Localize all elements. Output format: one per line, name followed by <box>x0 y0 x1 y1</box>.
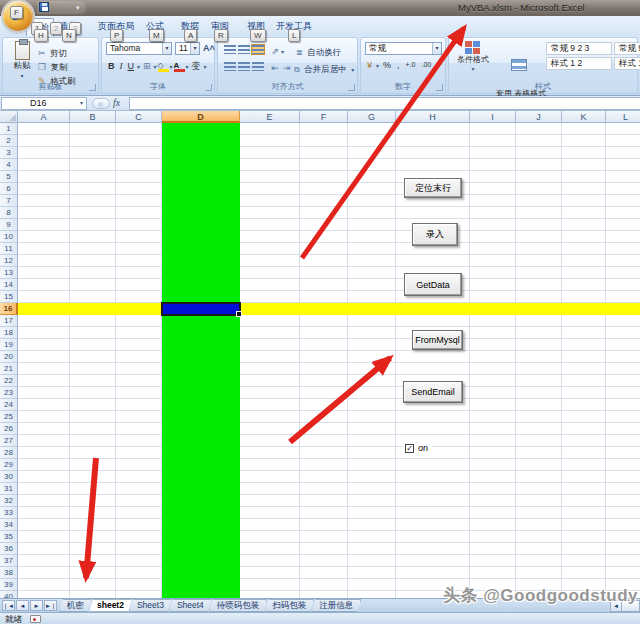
cell-C23[interactable] <box>116 387 162 399</box>
row-header-20[interactable]: 20 <box>0 351 18 363</box>
cell-L27[interactable] <box>606 435 640 447</box>
cell-B1[interactable] <box>70 123 116 135</box>
borders-icon[interactable]: ⊞ <box>141 60 153 72</box>
cell-A18[interactable] <box>18 327 70 339</box>
cell-E16[interactable] <box>240 303 300 315</box>
style-gallery-item-1[interactable]: 常规 9 3 <box>614 42 640 55</box>
cell-H4[interactable] <box>396 159 470 171</box>
row-header-18[interactable]: 18 <box>0 327 18 339</box>
cell-K28[interactable] <box>562 447 606 459</box>
redo-icon[interactable]: ↷ <box>65 2 73 14</box>
cell-C33[interactable] <box>116 507 162 519</box>
cell-F16[interactable] <box>300 303 348 315</box>
cell-F15[interactable] <box>300 291 348 303</box>
row-header-9[interactable]: 9 <box>0 219 18 231</box>
cell-A15[interactable] <box>18 291 70 303</box>
cell-J12[interactable] <box>516 255 562 267</box>
cell-D34[interactable] <box>162 519 240 531</box>
cell-G16[interactable] <box>348 303 396 315</box>
cell-E7[interactable] <box>240 195 300 207</box>
cell-H31[interactable] <box>396 483 470 495</box>
cell-A36[interactable] <box>18 543 70 555</box>
cell-G25[interactable] <box>348 411 396 423</box>
cell-B30[interactable] <box>70 471 116 483</box>
decrease-indent-icon[interactable]: ⇤ <box>269 62 281 74</box>
cell-F20[interactable] <box>300 351 348 363</box>
cell-J10[interactable] <box>516 231 562 243</box>
cell-E13[interactable] <box>240 267 300 279</box>
cell-L13[interactable] <box>606 267 640 279</box>
cell-K33[interactable] <box>562 507 606 519</box>
cell-B20[interactable] <box>70 351 116 363</box>
cell-L34[interactable] <box>606 519 640 531</box>
cell-E24[interactable] <box>240 399 300 411</box>
cell-A32[interactable] <box>18 495 70 507</box>
cell-B17[interactable] <box>70 315 116 327</box>
cell-C31[interactable] <box>116 483 162 495</box>
sheet-tab-扫码包装[interactable]: 扫码包装 <box>264 599 314 612</box>
cell-E30[interactable] <box>240 471 300 483</box>
sheet-tab-注册信息[interactable]: 注册信息 <box>311 599 361 612</box>
cell-F35[interactable] <box>300 531 348 543</box>
row-header-12[interactable]: 12 <box>0 255 18 267</box>
cell-I18[interactable] <box>470 327 516 339</box>
cell-E26[interactable] <box>240 423 300 435</box>
cell-I27[interactable] <box>470 435 516 447</box>
cell-A1[interactable] <box>18 123 70 135</box>
number-dialog-launcher-icon[interactable] <box>436 84 443 91</box>
cell-A11[interactable] <box>18 243 70 255</box>
cell-G31[interactable] <box>348 483 396 495</box>
cell-C40[interactable] <box>116 591 162 598</box>
cell-C3[interactable] <box>116 147 162 159</box>
cell-L24[interactable] <box>606 399 640 411</box>
alignment-dialog-launcher-icon[interactable] <box>348 84 355 91</box>
cell-B31[interactable] <box>70 483 116 495</box>
cell-I14[interactable] <box>470 279 516 291</box>
cell-K30[interactable] <box>562 471 606 483</box>
cell-B15[interactable] <box>70 291 116 303</box>
cell-D19[interactable] <box>162 339 240 351</box>
cell-K11[interactable] <box>562 243 606 255</box>
cell-A28[interactable] <box>18 447 70 459</box>
cell-D3[interactable] <box>162 147 240 159</box>
column-header-B[interactable]: B <box>70 111 116 123</box>
cell-F22[interactable] <box>300 375 348 387</box>
last-sheet-icon[interactable]: ►❘ <box>44 600 57 611</box>
cell-K14[interactable] <box>562 279 606 291</box>
cell-B26[interactable] <box>70 423 116 435</box>
wrap-text-button[interactable]: ≣ 自动换行 <box>296 41 341 59</box>
cell-C19[interactable] <box>116 339 162 351</box>
cell-A8[interactable] <box>18 207 70 219</box>
row-header-30[interactable]: 30 <box>0 471 18 483</box>
cell-I19[interactable] <box>470 339 516 351</box>
comma-button[interactable]: , <box>395 59 402 71</box>
cell-G13[interactable] <box>348 267 396 279</box>
cell-J7[interactable] <box>516 195 562 207</box>
cell-E22[interactable] <box>240 375 300 387</box>
row-header-4[interactable]: 4 <box>0 159 18 171</box>
decrease-decimal-icon[interactable]: .00 <box>420 59 434 71</box>
cell-L3[interactable] <box>606 147 640 159</box>
cell-K4[interactable] <box>562 159 606 171</box>
cell-G1[interactable] <box>348 123 396 135</box>
cell-C7[interactable] <box>116 195 162 207</box>
cell-C9[interactable] <box>116 219 162 231</box>
cell-F9[interactable] <box>300 219 348 231</box>
cell-G10[interactable] <box>348 231 396 243</box>
save-icon[interactable] <box>39 2 49 12</box>
cell-J37[interactable] <box>516 555 562 567</box>
cell-L22[interactable] <box>606 375 640 387</box>
cell-F26[interactable] <box>300 423 348 435</box>
cell-J34[interactable] <box>516 519 562 531</box>
cell-I30[interactable] <box>470 471 516 483</box>
cell-A17[interactable] <box>18 315 70 327</box>
cell-J14[interactable] <box>516 279 562 291</box>
fill-color-icon[interactable]: ◇ <box>158 61 169 72</box>
cell-L8[interactable] <box>606 207 640 219</box>
cell-E19[interactable] <box>240 339 300 351</box>
cell-F37[interactable] <box>300 555 348 567</box>
cell-E25[interactable] <box>240 411 300 423</box>
locate-last-row-button[interactable]: 定位末行 <box>404 178 462 198</box>
cell-I1[interactable] <box>470 123 516 135</box>
italic-button[interactable]: I <box>118 60 125 72</box>
